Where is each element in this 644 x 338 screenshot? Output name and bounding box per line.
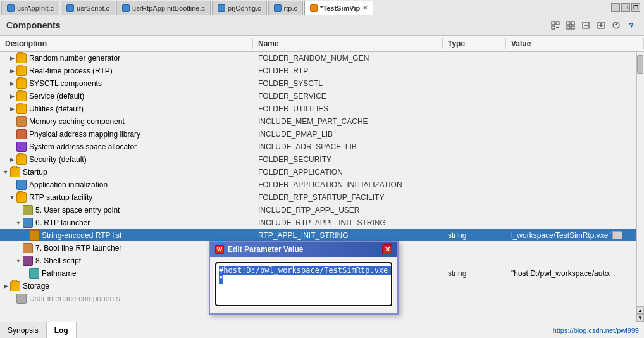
collapse-node-button[interactable] — [579, 19, 592, 32]
table-row[interactable]: ▶ Memory caching component INCLUDE_MEM_P… — [0, 115, 644, 128]
expand-node-button[interactable] — [595, 19, 607, 32]
row-label: Memory caching component — [29, 117, 125, 126]
c-file-icon — [66, 4, 74, 12]
col-name: Name — [253, 38, 443, 49]
row-name: FOLDER_RANDOM_NUM_GEN — [253, 53, 443, 63]
expander-icon[interactable]: ▼ — [9, 194, 15, 201]
tab-rtp[interactable]: rtp.c — [268, 1, 303, 15]
table-row[interactable]: ▼ Startup FOLDER_APPLICATION — [0, 166, 644, 178]
tree-cell: ▼ Startup — [0, 166, 253, 178]
table-row[interactable]: ▶ System address space allocator INCLUDE… — [0, 141, 644, 153]
dialog-close-button[interactable]: ✕ — [382, 244, 392, 254]
col-type: Type — [443, 38, 506, 49]
table-row[interactable]: ▶ Real-time process (RTP) FOLDER_RTP — [0, 65, 644, 77]
row-name: FOLDER_APPLICATION_INITIALIZATION — [253, 180, 443, 190]
tree-cell: ▶ String-encoded RTP list — [0, 230, 253, 241]
dialog-title: Edit Parameter Value — [228, 245, 303, 254]
expand-all-button[interactable] — [564, 19, 577, 32]
tab-close-icon[interactable]: ✕ — [362, 4, 368, 11]
synopsis-tab[interactable]: Synopsis — [0, 322, 47, 338]
table-row-selected[interactable]: ▶ String-encoded RTP list RTP_APPL_INIT_… — [0, 229, 644, 242]
shell-icon — [23, 256, 33, 266]
help-button[interactable]: ? — [625, 19, 638, 32]
tab-prjConfig[interactable]: prjConfig.c — [212, 1, 267, 15]
parameter-value-input[interactable]: #host:D:/pwl_workspace/TestSimRtp.vxe" — [215, 262, 392, 306]
row-type — [443, 197, 506, 198]
row-value — [506, 146, 644, 147]
tab-usrScript[interactable]: usrScript.c — [61, 1, 115, 15]
row-type — [443, 108, 506, 110]
expander-icon[interactable]: ▶ — [9, 106, 15, 112]
c-file-icon — [7, 4, 15, 12]
tab-testSimVip[interactable]: *TestSimVip ✕ — [304, 1, 373, 15]
folder-icon — [10, 281, 20, 291]
table-row[interactable]: ▶ SYSCTL components FOLDER_SYSCTL — [0, 77, 644, 90]
row-value — [506, 260, 644, 261]
tab-label: usrAppInit.c — [17, 4, 54, 12]
component-icon — [16, 180, 27, 190]
row-label: String-encoded RTP list — [42, 231, 121, 240]
row-value — [506, 172, 644, 173]
scrollbar-thumb[interactable] — [637, 55, 643, 74]
svg-rect-4 — [567, 22, 570, 25]
row-type: string — [443, 230, 506, 241]
edit-parameter-dialog[interactable]: W Edit Parameter Value ✕ #host:D:/pwl_wo… — [209, 241, 399, 315]
sync-button[interactable] — [610, 19, 622, 32]
expander-icon[interactable]: ▼ — [15, 220, 22, 226]
table-row[interactable]: ▶ 5. User space entry point INCLUDE_RTP_… — [0, 204, 644, 216]
table-row[interactable]: ▶ Application initialization FOLDER_APPL… — [0, 178, 644, 191]
row-type — [443, 159, 506, 160]
ellipsis-button[interactable]: ... — [612, 231, 622, 239]
row-type — [443, 83, 506, 84]
table-row[interactable]: ▶ Random number generator FOLDER_RANDOM_… — [0, 52, 644, 65]
row-value — [506, 285, 644, 287]
minimize-button[interactable]: — — [611, 3, 620, 12]
tab-label: usrRtpAppInitBootline.c — [132, 4, 205, 12]
scroll-down-button[interactable]: ▼ — [636, 314, 644, 322]
expander-icon[interactable]: ▶ — [9, 80, 15, 87]
expander-icon[interactable]: ▶ — [9, 93, 15, 99]
row-label: Real-time process (RTP) — [29, 66, 113, 75]
row-type — [443, 96, 506, 97]
row-label: User interface components — [29, 294, 120, 303]
table-row[interactable]: ▶ Utilities (default) FOLDER_UTILITIES — [0, 103, 644, 115]
panel-title: Components — [6, 20, 61, 30]
expander-icon[interactable]: ▶ — [3, 283, 9, 289]
row-label: Security (default) — [29, 155, 87, 164]
row-label: Random number generator — [29, 54, 120, 63]
row-name: FOLDER_RTP — [253, 66, 443, 76]
folder-icon — [16, 91, 27, 101]
table-row[interactable]: ▼ RTP startup facility FOLDER_RTP_STARTU… — [0, 191, 644, 204]
scroll-up-button[interactable]: ▲ — [636, 306, 644, 314]
expander-icon[interactable]: ▼ — [3, 169, 9, 175]
tree-cell: ▶ System address space allocator — [0, 141, 253, 153]
restore-button[interactable]: ❐ — [631, 3, 640, 12]
maximize-button[interactable]: □ — [621, 3, 630, 12]
row-label: 6. RTP launcher — [35, 218, 90, 227]
bottom-bar: Synopsis Log https://blog.csdn.net/pwl99… — [0, 322, 644, 338]
expander-icon[interactable]: ▶ — [9, 156, 15, 163]
table-row[interactable]: ▼ 6. RTP launcher INCLUDE_RTP_APPL_INIT_… — [0, 216, 644, 229]
expander-icon[interactable]: ▶ — [9, 68, 15, 74]
log-tab[interactable]: Log — [47, 322, 77, 338]
expander-icon[interactable]: ▶ — [9, 55, 15, 61]
collapse-all-button[interactable] — [549, 19, 562, 32]
pathname-icon — [29, 268, 39, 279]
tabs-left: usrAppInit.c usrScript.c usrRtpAppInitBo… — [1, 0, 375, 15]
row-value — [506, 70, 644, 72]
config-file-icon — [310, 4, 318, 12]
table-row[interactable]: ▶ Service (default) FOLDER_SERVICE — [0, 90, 644, 103]
table-row[interactable]: ▶ Security (default) FOLDER_SECURITY — [0, 153, 644, 166]
row-type — [443, 222, 506, 223]
svg-rect-6 — [567, 26, 570, 29]
row-type — [443, 285, 506, 287]
row-value — [506, 58, 644, 59]
table-row[interactable]: ▶ Physical address mapping library INCLU… — [0, 128, 644, 141]
tab-usrAppInit[interactable]: usrAppInit.c — [1, 1, 59, 15]
string-icon — [29, 230, 39, 241]
value-text: "host:D:/pwl_workspace/auto... — [511, 269, 615, 278]
tree-cell: ▶ Memory caching component — [0, 116, 253, 127]
expander-icon[interactable]: ▼ — [15, 258, 22, 264]
tree-cell: ▼ RTP startup facility — [0, 192, 253, 203]
tab-usrRtpAppInitBootline[interactable]: usrRtpAppInitBootline.c — [116, 1, 211, 15]
